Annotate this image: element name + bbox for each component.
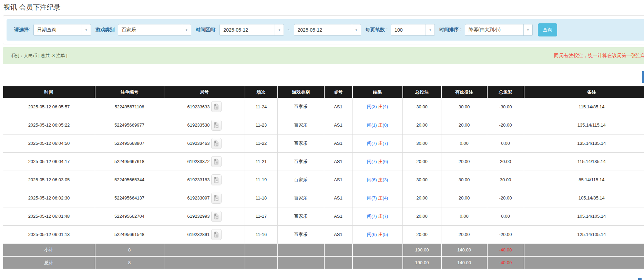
page-size-value: 100 bbox=[391, 27, 426, 33]
total-bet-link[interactable]: 30.00 bbox=[403, 171, 441, 189]
query-type-select[interactable]: 日期查询 ▼ bbox=[33, 24, 91, 36]
bet-id: 522495662704 bbox=[95, 207, 164, 225]
result-cell[interactable]: 闲(6) 庄(3) bbox=[352, 171, 403, 189]
empty-cell bbox=[164, 256, 245, 269]
video-replay-button[interactable] bbox=[211, 138, 222, 149]
game-type: 百家乐 bbox=[278, 207, 324, 225]
video-file-icon bbox=[214, 231, 219, 238]
payout: -20.00 bbox=[487, 225, 524, 244]
banker-label: 庄 bbox=[378, 159, 382, 164]
remark: 105.14/85.14 bbox=[524, 189, 644, 207]
session: 11-19 bbox=[245, 171, 278, 189]
filter-strip: 请选择: 日期查询 ▼ 游戏类别 百家乐 ▼ 时间区间: 2025-05-12 … bbox=[7, 19, 644, 41]
column-header: 备注 bbox=[524, 86, 644, 98]
bet-time: 2025-05-12 06:04:50 bbox=[3, 134, 95, 152]
table-zone: 时间注单编号局号场次游戏类别桌号结果总投注有效投注总派彩备注 2025-05-1… bbox=[3, 86, 644, 269]
table-number: AS1 bbox=[324, 98, 352, 116]
chevron-down-icon: ▼ bbox=[275, 24, 284, 35]
banker-points: (7) bbox=[382, 214, 388, 219]
bet-time: 2025-05-12 06:01:13 bbox=[3, 225, 95, 244]
page: 视讯 会员下注纪录 请选择: 日期查询 ▼ 游戏类别 百家乐 ▼ 时间区间: 2… bbox=[0, 0, 644, 280]
table-number: AS1 bbox=[324, 189, 352, 207]
round-number: 619232891 bbox=[187, 232, 209, 237]
video-replay-button[interactable] bbox=[211, 193, 222, 204]
round-cell: 619232891 bbox=[164, 225, 245, 244]
column-header: 局号 bbox=[164, 86, 245, 98]
time-sort-select[interactable]: 降幂(由大到小) ▼ bbox=[465, 24, 533, 36]
column-header: 结果 bbox=[352, 86, 403, 98]
player-result: 闲(1) bbox=[367, 122, 377, 128]
total-bet-link[interactable]: 30.00 bbox=[403, 134, 441, 152]
total-bet-link[interactable]: 20.00 bbox=[403, 225, 441, 244]
table-row: 2025-05-12 06:03:05522495665344619233183… bbox=[3, 171, 644, 189]
valid-bet: 30.00 bbox=[441, 98, 487, 116]
video-replay-button[interactable] bbox=[211, 156, 222, 167]
result-cell[interactable]: 闲(7) 庄(6) bbox=[352, 152, 403, 171]
bet-time: 2025-05-12 06:02:30 bbox=[3, 189, 95, 207]
game-type: 百家乐 bbox=[278, 98, 324, 116]
result-cell[interactable]: 闲(3) 庄(4) bbox=[352, 98, 403, 116]
result-cell[interactable]: 闲(7) 庄(7) bbox=[352, 134, 403, 152]
date-to-select[interactable]: 2025-05-12 ▼ bbox=[294, 24, 361, 36]
table-row: 2025-05-12 06:02:30522495664137619233097… bbox=[3, 189, 644, 207]
date-to-value: 2025-05-12 bbox=[294, 27, 352, 33]
banker-points: (5) bbox=[382, 232, 388, 237]
table-header-row: 时间注单编号局号场次游戏类别桌号结果总投注有效投注总派彩备注 bbox=[3, 86, 644, 98]
time-sort-value: 降幂(由大到小) bbox=[465, 27, 523, 33]
game-type-select[interactable]: 百家乐 ▼ bbox=[118, 24, 191, 36]
empty-cell bbox=[245, 244, 278, 256]
video-replay-button[interactable] bbox=[211, 211, 222, 222]
pagination-fragment[interactable] bbox=[638, 278, 642, 280]
banker-label: 庄 bbox=[378, 195, 382, 201]
payout: 0.00 bbox=[487, 207, 524, 225]
empty-cell bbox=[324, 244, 352, 256]
video-file-icon bbox=[214, 104, 219, 110]
table-row: 2025-05-12 06:04:50522495668807619233463… bbox=[3, 134, 644, 152]
result-cell[interactable]: 闲(7) 庄(4) bbox=[352, 189, 403, 207]
table-number: AS1 bbox=[324, 152, 352, 171]
game-type: 百家乐 bbox=[278, 171, 324, 189]
time-range-label: 时间区间: bbox=[196, 27, 217, 33]
video-replay-button[interactable] bbox=[211, 101, 222, 112]
session: 11-21 bbox=[245, 152, 278, 171]
video-replay-button[interactable] bbox=[211, 120, 222, 131]
session: 11-24 bbox=[245, 98, 278, 116]
round-cell: 619233097 bbox=[164, 189, 245, 207]
game-type-value: 百家乐 bbox=[118, 27, 182, 33]
video-replay-button[interactable] bbox=[211, 229, 222, 240]
empty-cell bbox=[245, 256, 278, 269]
column-header: 有效投注 bbox=[441, 86, 487, 98]
player-result: 闲(7) bbox=[367, 195, 377, 201]
valid-bet-notice: 同局有效投注，统一计算在该局第一张注单中 bbox=[554, 53, 644, 59]
subtotal-row-count: 8 bbox=[95, 244, 164, 256]
total-bet-link[interactable]: 20.00 bbox=[403, 152, 441, 171]
table-row: 2025-05-12 06:05:22522495669977619233538… bbox=[3, 116, 644, 134]
video-replay-button[interactable] bbox=[211, 174, 222, 185]
result-cell[interactable]: 闲(1) 庄(0) bbox=[352, 116, 403, 134]
valid-bet: 20.00 bbox=[441, 189, 487, 207]
column-header: 注单编号 bbox=[95, 86, 164, 98]
chevron-down-icon: ▼ bbox=[352, 24, 361, 35]
page-size-select[interactable]: 100 ▼ bbox=[391, 24, 435, 36]
player-result: 闲(7) bbox=[367, 159, 377, 164]
total-bet-link[interactable]: 20.00 bbox=[403, 189, 441, 207]
table-row: 2025-05-12 06:01:13522495661548619232891… bbox=[3, 225, 644, 244]
grand-total-row-total-bet: 190.00 bbox=[403, 256, 441, 269]
total-bet-link[interactable]: 30.00 bbox=[403, 98, 441, 116]
banker-points: (3) bbox=[382, 177, 388, 182]
payout: 20.00 bbox=[487, 152, 524, 171]
banker-points: (6) bbox=[382, 159, 388, 164]
result-cell[interactable]: 闲(7) 庄(7) bbox=[352, 207, 403, 225]
banker-label: 庄 bbox=[378, 141, 382, 146]
total-bet-link[interactable]: 20.00 bbox=[403, 207, 441, 225]
date-from-select[interactable]: 2025-05-12 ▼ bbox=[219, 24, 284, 36]
player-result: 闲(3) bbox=[367, 104, 377, 109]
table-row: 2025-05-12 06:05:57522495671106619233633… bbox=[3, 98, 644, 116]
banker-label: 庄 bbox=[378, 177, 382, 182]
result-cell[interactable]: 闲(6) 庄(5) bbox=[352, 225, 403, 244]
subtotal-row-payout: -40.00 bbox=[487, 244, 524, 256]
remark: 115.14/135.14 bbox=[524, 152, 644, 171]
total-bet-link[interactable]: 20.00 bbox=[403, 116, 441, 134]
export-button[interactable] bbox=[642, 71, 644, 83]
query-button[interactable]: 查询 bbox=[538, 23, 557, 36]
